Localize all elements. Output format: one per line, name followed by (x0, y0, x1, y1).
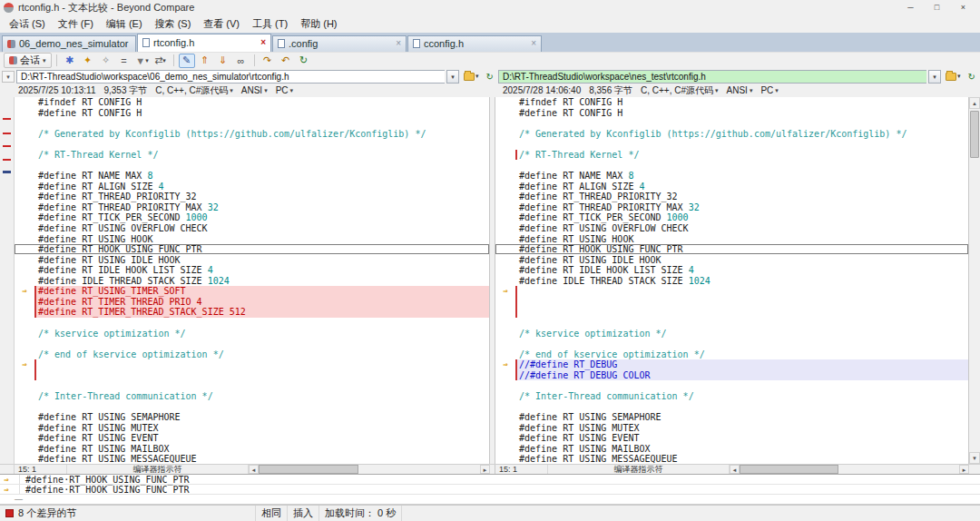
maximize-button[interactable]: □ (924, 1, 950, 15)
diff-map-position-mark[interactable] (3, 171, 11, 173)
code-line[interactable]: #define RT_USING_IDLE_HOOK (495, 254, 968, 265)
code-line[interactable]: /* Generated by Kconfiglib (https://gith… (15, 129, 489, 140)
code-line[interactable]: #define RT_CONFIG_H__ (15, 107, 489, 118)
right-horizontal-scrollbar[interactable]: ◄ ► (730, 465, 969, 474)
code-line[interactable] (495, 118, 968, 129)
code-line[interactable]: #ifndef RT_CONFIG_H__ (15, 97, 489, 108)
code-line[interactable]: #define RT_HOOK_USING_FUNC_PTR (495, 244, 968, 255)
code-line[interactable]: /* kservice optimization */ (15, 328, 489, 339)
filter-icon[interactable]: ▼▾ (134, 54, 151, 68)
code-line[interactable]: #define RT_THREAD_PRIORITY_32 (15, 192, 489, 202)
code-line[interactable]: #define RT_TIMER_THREAD_PRIO 4 (15, 297, 489, 308)
code-line[interactable]: /* end of kservice optimization */ (495, 349, 968, 359)
detail-line-row[interactable]: ⇒#define·RT_HOOK_USING_FUNC_PTR (0, 485, 980, 495)
diff-map-mark[interactable] (3, 118, 11, 120)
code-line[interactable]: #define RT_USING_EVENT (15, 433, 489, 444)
code-line[interactable]: #define RT_CONFIG_H__ (495, 107, 968, 118)
scrollbar-track[interactable] (259, 465, 480, 474)
code-line[interactable] (495, 380, 968, 391)
code-line[interactable]: #define RT_USING_MAILBOX (15, 443, 489, 454)
code-line[interactable]: #define RT_IDLE_HOOK_LIST_SIZE 4 (495, 265, 968, 276)
code-line[interactable]: #define RT_USING_OVERFLOW_CHECK (15, 223, 489, 234)
vertical-scrollbar-thumb[interactable] (970, 111, 979, 158)
code-line[interactable] (495, 339, 968, 349)
menu-item[interactable]: 帮助 (H) (294, 17, 343, 31)
right-editor-pane[interactable]: #ifndef RT_CONFIG_H__#define RT_CONFIG_H… (495, 97, 969, 464)
code-line[interactable]: #define RT_USING_MESSAGEQUEUE (495, 454, 968, 464)
code-line[interactable]: #define RT_THREAD_PRIORITY_32 (495, 192, 968, 202)
left-path-input[interactable]: D:\RT-ThreadStudio\workspace\06_demo_nes… (16, 70, 445, 84)
diff-section-arrow-icon[interactable]: ⇒ (15, 286, 34, 297)
code-line[interactable]: /* Generated by Kconfiglib (https://gith… (495, 129, 968, 140)
left-browse-button[interactable]: ▾ (461, 70, 482, 84)
scrollbar-thumb[interactable] (740, 465, 838, 474)
next-difference-icon[interactable]: ⇓ (215, 54, 231, 68)
copy-to-right-icon[interactable]: ↷ (260, 54, 276, 68)
code-line[interactable]: #define RT_IDLE_HOOK_LIST_SIZE 4 (15, 265, 489, 276)
code-line[interactable]: #define RT_USING_EVENT (495, 433, 968, 444)
code-line[interactable]: #define RT_USING_MESSAGEQUEUE (15, 454, 489, 464)
code-line[interactable]: //#define RT_DEBUG_COLOR (495, 370, 968, 381)
show-same-icon[interactable]: ✧ (98, 54, 114, 68)
vertical-scrollbar[interactable]: ▲ ▼ (969, 97, 980, 464)
menu-item[interactable]: 会话 (S) (3, 17, 52, 31)
right-browse-button[interactable]: ▾ (943, 70, 964, 84)
tab[interactable]: cconfig.h× (407, 35, 542, 52)
code-line[interactable]: /* end of kservice optimization */ (15, 349, 489, 359)
scroll-right-icon[interactable]: ► (959, 465, 969, 474)
code-line[interactable]: #define RT_USING_SEMAPHORE (15, 412, 489, 423)
code-line[interactable]: ⇒ (15, 359, 489, 370)
code-line[interactable]: ⇒ (495, 286, 968, 297)
scroll-left-icon[interactable]: ◄ (730, 465, 740, 474)
copy-to-left-icon[interactable]: ↶ (278, 54, 294, 68)
tab[interactable]: .config× (272, 35, 407, 52)
diff-map-mark[interactable] (3, 159, 11, 161)
code-line[interactable] (15, 139, 489, 150)
diff-map-mark[interactable] (3, 145, 11, 147)
code-line[interactable]: #define RT_ALIGN_SIZE 4 (495, 181, 968, 192)
menu-item[interactable]: 编辑 (E) (100, 17, 149, 31)
right-reload-button[interactable]: ↻ (965, 70, 978, 84)
minimize-button[interactable]: ─ (897, 1, 924, 15)
code-line[interactable]: #define RT_ALIGN_SIZE 4 (15, 181, 489, 192)
swap-sides-icon[interactable]: ⇄▾ (152, 54, 169, 68)
reload-icon[interactable]: ↻ (296, 54, 312, 68)
scroll-left-icon[interactable]: ◄ (249, 465, 259, 474)
previous-difference-icon[interactable]: ⇑ (197, 54, 213, 68)
code-line[interactable]: ⇒#define RT_USING_TIMER_SOFT (15, 286, 489, 297)
left-editor-pane[interactable]: #ifndef RT_CONFIG_H__#define RT_CONFIG_H… (15, 97, 490, 464)
left-horizontal-scrollbar[interactable]: ◄ ► (249, 465, 490, 474)
scroll-up-icon[interactable]: ▲ (969, 97, 980, 109)
left-path-dropdown-icon[interactable]: ▾ (446, 70, 459, 84)
right-path-input[interactable]: D:\RT-ThreadStudio\workspace\nes_test\rt… (498, 70, 926, 84)
code-line[interactable]: #define RT_NAME_MAX 8 (495, 171, 968, 182)
tab-close-icon[interactable]: × (531, 39, 536, 48)
code-line[interactable]: #define RT_THREAD_PRIORITY_MAX 32 (15, 202, 489, 213)
left-encoding-dropdown[interactable]: ANSI▾ (241, 85, 268, 95)
code-line[interactable]: #define RT_USING_IDLE_HOOK (15, 254, 489, 265)
code-line[interactable] (15, 318, 489, 329)
diff-section-arrow-icon[interactable]: ⇒ (15, 359, 34, 370)
code-line[interactable]: #define IDLE_THREAD_STACK_SIZE 1024 (495, 275, 968, 286)
tab-close-icon[interactable]: × (260, 38, 266, 47)
scroll-right-icon[interactable]: ► (480, 465, 490, 474)
code-line[interactable]: /* Inter-Thread communication */ (15, 391, 489, 402)
code-line[interactable] (15, 160, 489, 171)
code-line[interactable]: #define RT_USING_OVERFLOW_CHECK (495, 223, 968, 234)
code-line[interactable]: ⇒//#define RT_DEBUG (495, 359, 968, 370)
close-button[interactable]: × (950, 1, 976, 15)
code-line[interactable] (495, 307, 968, 318)
left-reload-button[interactable]: ↻ (484, 70, 496, 84)
diff-section-arrow-icon[interactable]: ⇒ (495, 359, 515, 370)
code-line[interactable] (495, 139, 968, 150)
detail-line-row[interactable]: ⇒#define·RT_HOOK_USING_FUNC_PTR (0, 475, 980, 485)
code-line[interactable] (15, 370, 489, 381)
find-icon[interactable]: ∞ (233, 54, 250, 68)
code-line[interactable]: #define RT_TIMER_THREAD_STACK_SIZE 512 (15, 307, 489, 318)
diff-map-mark[interactable] (3, 133, 11, 134)
menu-item[interactable]: 搜索 (S) (149, 17, 198, 31)
code-line[interactable]: /* kservice optimization */ (495, 328, 968, 339)
right-path-dropdown-icon[interactable]: ▾ (928, 70, 941, 84)
code-line[interactable]: #define RT_THREAD_PRIORITY_MAX 32 (495, 202, 968, 213)
code-line[interactable] (495, 297, 968, 308)
